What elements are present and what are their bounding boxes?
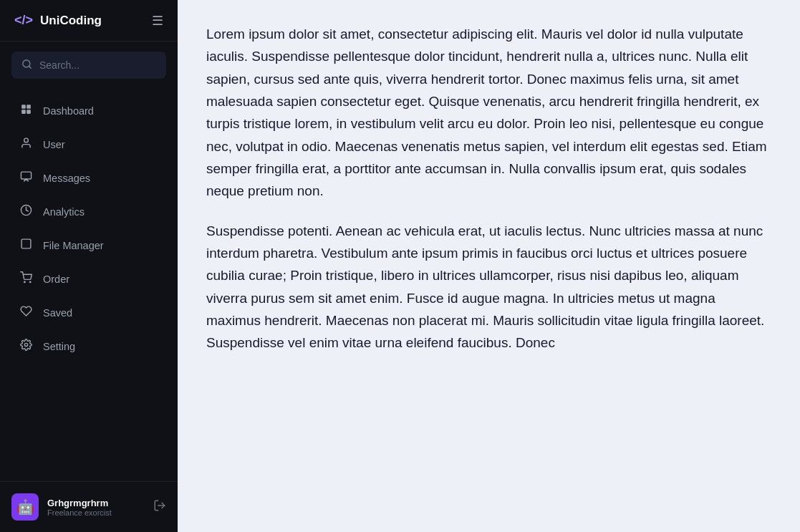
sidebar-item-saved-label: Saved — [43, 307, 72, 319]
content-body: Lorem ipsum dolor sit amet, consectetur … — [206, 23, 771, 354]
setting-icon — [19, 339, 33, 354]
search-bar[interactable]: Search... — [11, 52, 166, 79]
sidebar-item-order[interactable]: Order — [9, 263, 169, 295]
sidebar-item-setting-label: Setting — [43, 341, 75, 352]
logo-text: UniCoding — [40, 14, 102, 28]
user-role: Freelance exorcist — [47, 508, 112, 517]
svg-line-1 — [29, 66, 31, 68]
user-info: 🤖 Grhgrmgrhrm Freelance exorcist — [11, 493, 112, 521]
sidebar-footer: 🤖 Grhgrmgrhrm Freelance exorcist — [0, 481, 178, 532]
sidebar-item-messages-label: Messages — [43, 173, 90, 184]
svg-rect-9 — [21, 239, 31, 248]
messages-icon — [19, 170, 33, 185]
svg-rect-3 — [26, 105, 31, 109]
hamburger-menu-icon[interactable]: ☰ — [152, 14, 163, 27]
sidebar-item-messages[interactable]: Messages — [9, 162, 169, 194]
sidebar-nav: Dashboard User Messages — [0, 89, 178, 481]
sidebar: </> UniCoding ☰ Search... Dashboa — [0, 0, 178, 532]
content-paragraph-2: Suspendisse potenti. Aenean ac vehicula … — [206, 220, 771, 354]
sidebar-item-analytics-label: Analytics — [43, 206, 85, 218]
svg-point-12 — [24, 343, 27, 346]
sidebar-item-setting[interactable]: Setting — [9, 330, 169, 362]
svg-rect-5 — [26, 110, 31, 114]
user-details: Grhgrmgrhrm Freelance exorcist — [47, 498, 112, 517]
search-placeholder-text: Search... — [39, 59, 79, 71]
sidebar-logo: </> UniCoding — [14, 13, 102, 28]
svg-point-6 — [24, 138, 28, 142]
sidebar-item-order-label: Order — [43, 274, 69, 285]
sidebar-item-analytics[interactable]: Analytics — [9, 195, 169, 228]
sidebar-item-user-label: User — [43, 139, 65, 150]
sidebar-item-dashboard-label: Dashboard — [43, 105, 94, 117]
analytics-icon — [19, 204, 33, 219]
content-paragraph-1: Lorem ipsum dolor sit amet, consectetur … — [206, 23, 771, 203]
file-manager-icon — [19, 238, 33, 253]
svg-point-10 — [24, 281, 24, 282]
user-icon — [19, 137, 33, 152]
avatar: 🤖 — [11, 493, 39, 521]
svg-rect-2 — [21, 105, 26, 109]
logo-icon: </> — [14, 13, 33, 28]
sidebar-item-file-manager-label: File Manager — [43, 240, 104, 251]
user-name: Grhgrmgrhrm — [47, 498, 112, 508]
sidebar-item-saved[interactable]: Saved — [9, 296, 169, 329]
sidebar-item-user[interactable]: User — [9, 128, 169, 160]
sidebar-header: </> UniCoding ☰ — [0, 0, 178, 42]
sidebar-item-file-manager[interactable]: File Manager — [9, 229, 169, 261]
logout-icon[interactable] — [153, 499, 166, 515]
dashboard-icon — [19, 103, 33, 118]
saved-icon — [19, 305, 33, 320]
sidebar-item-dashboard[interactable]: Dashboard — [9, 95, 169, 127]
order-icon — [19, 271, 33, 286]
svg-point-11 — [29, 281, 30, 282]
search-icon — [21, 59, 32, 72]
svg-rect-7 — [21, 172, 31, 179]
svg-rect-4 — [21, 110, 26, 114]
main-content: Lorem ipsum dolor sit amet, consectetur … — [178, 0, 800, 532]
